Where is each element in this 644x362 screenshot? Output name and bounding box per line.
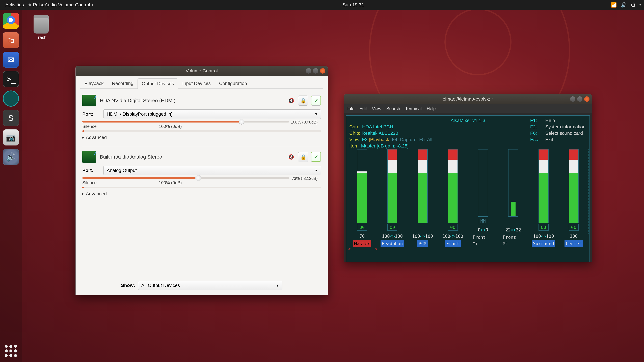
power-icon[interactable]: ⏻ xyxy=(631,2,636,8)
level-meter xyxy=(82,187,321,188)
trash-label: Trash xyxy=(34,35,49,40)
menu-view[interactable]: View xyxy=(372,106,381,111)
output-devices-panel: HDA NVidia Digital Stereo (HDMI) 🔇 🔒 ✔ P… xyxy=(76,89,328,204)
mute-indicator: 00 xyxy=(448,224,458,231)
dock-app-sublime[interactable]: S xyxy=(3,110,19,126)
menu-search[interactable]: Search xyxy=(386,106,400,111)
mixer-channel[interactable]: 100<>100PCM xyxy=(411,149,434,247)
tab-playback[interactable]: Playback xyxy=(80,78,108,88)
menu-terminal[interactable]: Terminal xyxy=(405,106,422,111)
channel-name: Headphon xyxy=(380,240,404,247)
tab-recording[interactable]: Recording xyxy=(108,78,138,88)
lock-channels-button[interactable]: 🔒 xyxy=(298,152,308,162)
advanced-toggle[interactable]: ▸Advanced xyxy=(82,191,321,196)
tabs: Playback Recording Output Devices Input … xyxy=(80,78,323,89)
port-label: Port: xyxy=(82,111,101,117)
set-default-button[interactable]: ✔ xyxy=(311,152,321,162)
mixer-channel[interactable]: MM0<>0Front Mi xyxy=(471,149,495,247)
dock-app-screenshot[interactable]: 📷 xyxy=(3,129,19,145)
wallpaper-decor xyxy=(444,8,512,75)
close-button[interactable] xyxy=(320,68,325,73)
channel-value: 100<>100 xyxy=(412,233,433,240)
sound-card-icon xyxy=(82,95,96,106)
clock[interactable]: Sun 19:31 xyxy=(340,2,366,7)
dock-app-chrome[interactable] xyxy=(3,13,19,29)
set-default-button[interactable]: ✔ xyxy=(311,95,321,106)
level-bar xyxy=(478,149,488,217)
volume-slider[interactable]: 100% (0.00dB) xyxy=(82,121,289,122)
mute-icon[interactable]: 🔇 xyxy=(287,98,296,103)
menu-help[interactable]: Help xyxy=(427,106,436,111)
mixer-channel[interactable]: 00100<>100Headphon xyxy=(380,149,404,247)
volume-readout: 73% (-8.12dB) xyxy=(292,176,318,181)
mixer-channel[interactable]: 00100<>100Front xyxy=(441,149,464,247)
channel-name: PCM xyxy=(417,240,428,247)
port-value: HDMI / DisplayPort (plugged in) xyxy=(107,111,173,117)
tab-configuration[interactable]: Configuration xyxy=(215,78,251,88)
show-applications-button[interactable] xyxy=(5,345,17,357)
fkey-help: F1:Help F2:System information F6:Select … xyxy=(530,117,586,143)
output-device: Built-in Audio Analog Stereo 🔇 🔒 ✔ Port:… xyxy=(82,146,321,200)
level-bar xyxy=(357,149,367,223)
device-name: HDA NVidia Digital Stereo (HDMI) xyxy=(100,98,283,103)
mixer-channel[interactable]: 00100Center xyxy=(562,149,586,247)
dock-app-terminal[interactable]: >_ xyxy=(3,71,19,87)
mixer-channel[interactable]: 22<>22Front Mi xyxy=(502,149,525,247)
output-device: HDA NVidia Digital Stereo (HDMI) 🔇 🔒 ✔ P… xyxy=(82,92,321,144)
window-title: leimao@leimao-evolvx: ~ xyxy=(442,96,494,102)
center-label: 100% (0dB) xyxy=(159,180,182,185)
channel-name: Front xyxy=(445,240,461,247)
center-label: 100% (0dB) xyxy=(159,124,182,129)
dock-app-thunderbird[interactable]: ✉ xyxy=(3,52,19,68)
channel-value: 100 xyxy=(570,233,578,240)
maximize-button[interactable] xyxy=(577,96,582,102)
silence-label: Silence xyxy=(82,124,96,129)
device-name: Built-in Audio Analog Stereo xyxy=(100,154,283,160)
level-bar xyxy=(569,149,579,223)
channel-value: 100<>100 xyxy=(442,233,463,240)
volume-readout: 100% (0.00dB) xyxy=(291,120,318,124)
menu-edit[interactable]: Edit xyxy=(360,106,367,111)
terminal-menubar: File Edit View Search Terminal Help xyxy=(344,104,592,113)
activities-button[interactable]: Activities xyxy=(3,2,26,7)
desktop-trash[interactable]: Trash xyxy=(34,15,49,40)
chevron-down-icon[interactable]: ▾ xyxy=(640,3,641,7)
close-button[interactable] xyxy=(584,96,590,102)
level-meter xyxy=(82,130,321,132)
window-titlebar[interactable]: leimao@leimao-evolvx: ~ xyxy=(344,94,592,104)
mixer-channel[interactable]: 00100<>100Surround xyxy=(532,149,555,247)
level-bar xyxy=(448,149,458,223)
mixer-channel[interactable]: 0070Master xyxy=(350,149,374,247)
minimize-button[interactable] xyxy=(306,68,311,73)
window-titlebar[interactable]: Volume Control xyxy=(76,66,328,76)
volume-icon[interactable]: 🔊 xyxy=(621,2,627,8)
channel-value: 100<>100 xyxy=(533,233,554,240)
dock-app-files[interactable]: 🗂 xyxy=(3,32,19,48)
port-select[interactable]: Analog Output ▼ xyxy=(104,166,321,175)
minimize-button[interactable] xyxy=(570,96,576,102)
advanced-toggle[interactable]: ▸Advanced xyxy=(82,135,321,140)
level-bar xyxy=(508,149,518,217)
channel-name: Center xyxy=(564,240,583,247)
lock-channels-button[interactable]: 🔒 xyxy=(298,95,308,106)
port-select[interactable]: HDMI / DisplayPort (plugged in) ▼ xyxy=(104,109,321,119)
volume-slider[interactable]: 73% (-8.12dB) xyxy=(82,177,289,179)
gnome-top-bar: Activities PulseAudio Volume Control ▾ S… xyxy=(0,0,644,10)
tab-input-devices[interactable]: Input Devices xyxy=(178,78,215,88)
tab-output-devices[interactable]: Output Devices xyxy=(138,78,178,89)
app-menu[interactable]: PulseAudio Volume Control ▾ xyxy=(26,2,96,7)
maximize-button[interactable] xyxy=(313,68,318,73)
mute-indicator: 00 xyxy=(357,224,367,231)
dock-app-pavucontrol[interactable]: 🔊 xyxy=(3,149,19,165)
port-value: Analog Output xyxy=(107,168,137,173)
dock-app-gitkraken[interactable] xyxy=(3,90,19,107)
mute-icon[interactable]: 🔇 xyxy=(287,154,296,160)
network-icon[interactable]: 📶 xyxy=(611,2,617,8)
menu-file[interactable]: File xyxy=(347,106,354,111)
window-title: Volume Control xyxy=(186,68,218,73)
trash-icon xyxy=(34,15,49,33)
alsamixer-screen[interactable]: AlsaMixer v1.1.3 Card: HDA Intel PCH Chi… xyxy=(346,115,590,262)
channel-name: Front Mi xyxy=(471,234,495,247)
chevron-down-icon: ▼ xyxy=(314,112,318,116)
show-filter-select[interactable]: All Output Devices ▼ xyxy=(138,281,282,290)
